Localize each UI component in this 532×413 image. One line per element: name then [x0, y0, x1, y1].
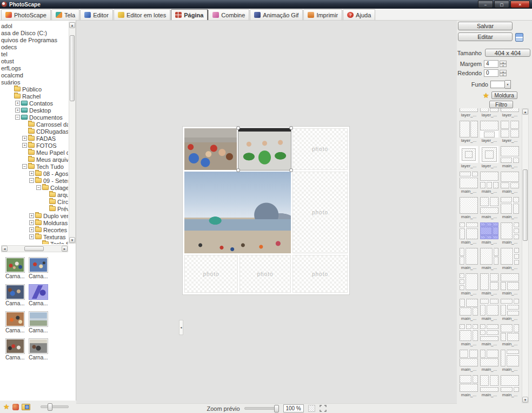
- template-scrollbar[interactable]: ▲ ▼: [522, 108, 529, 403]
- tree-item-cdrugadas-proje[interactable]: CDRugadas proje: [0, 128, 68, 135]
- expand-icon[interactable]: +: [22, 136, 27, 141]
- photo-thumbnail[interactable]: Carna...: [5, 284, 26, 311]
- template-preview[interactable]: [501, 108, 519, 112]
- layout-template[interactable]: main_...: [458, 171, 479, 196]
- tree-item-adol[interactable]: adol: [0, 22, 68, 29]
- tree-item-carrossel-da-hon[interactable]: Carrossel da Hon: [0, 121, 68, 128]
- tree-item-p-blico[interactable]: Público: [0, 86, 68, 93]
- layout-template[interactable]: main_...: [500, 323, 520, 349]
- layout-template[interactable]: main_...: [458, 374, 479, 399]
- template-preview[interactable]: [460, 108, 478, 112]
- round-input[interactable]: 0: [484, 69, 498, 77]
- favorites-star-icon[interactable]: ★: [3, 403, 10, 410]
- margin-input[interactable]: 4: [484, 60, 498, 68]
- photo-thumbnail[interactable]: Carna...: [5, 311, 26, 338]
- maximize-button[interactable]: ▢: [494, 1, 509, 8]
- edit-button[interactable]: Editar: [458, 32, 513, 41]
- tree-item-duplo-vert[interactable]: +Duplo vert: [0, 212, 68, 219]
- scrollbar-thumb[interactable]: [24, 246, 44, 251]
- tree-item-erflogs[interactable]: erfLogs: [0, 64, 68, 71]
- slider-handle[interactable]: [48, 403, 52, 411]
- scroll-right-button[interactable]: ►: [62, 246, 68, 252]
- template-preview[interactable]: [501, 324, 519, 341]
- zoom-slider[interactable]: [244, 407, 279, 410]
- tree-item-ocalcmd[interactable]: ocalcmd: [0, 71, 68, 78]
- template-preview[interactable]: [480, 172, 498, 188]
- photo-thumbnail[interactable]: Carna...: [29, 257, 49, 284]
- scroll-up-button[interactable]: ▲: [522, 109, 528, 115]
- tab-tela[interactable]: Tela: [51, 9, 79, 20]
- layout-template[interactable]: main_...: [479, 323, 500, 349]
- template-preview[interactable]: [460, 248, 478, 265]
- scroll-down-button[interactable]: ▼: [69, 237, 75, 243]
- tree-item-colagem-f[interactable]: −Colagem_f: [0, 184, 68, 191]
- spinner-down-icon[interactable]: ▼: [500, 73, 507, 76]
- expand-icon[interactable]: +: [29, 234, 34, 239]
- layout-template[interactable]: main_...: [458, 298, 479, 323]
- collapse-icon[interactable]: −: [22, 164, 27, 169]
- photo-thumbnail[interactable]: Carna...: [29, 284, 49, 311]
- layout-template[interactable]: main_...: [500, 247, 520, 272]
- template-preview[interactable]: [460, 299, 478, 316]
- template-preview[interactable]: [460, 273, 478, 290]
- selection-handle[interactable]: [289, 126, 293, 130]
- layout-template[interactable]: main_...: [479, 374, 500, 399]
- tree-item-fadas[interactable]: +FADAS: [0, 135, 68, 142]
- filter-button[interactable]: Filtro: [489, 101, 513, 108]
- tree-item-contatos[interactable]: +Contatos: [0, 100, 68, 107]
- collage-photo-dancers[interactable]: [238, 128, 291, 170]
- photo-thumbnail[interactable]: Carna...: [5, 257, 26, 284]
- template-preview[interactable]: [480, 197, 498, 214]
- tree-item-odecs[interactable]: odecs: [0, 43, 68, 50]
- collapse-icon[interactable]: −: [29, 178, 34, 183]
- thumbnail-frame[interactable]: [5, 338, 25, 354]
- template-preview[interactable]: [460, 146, 478, 163]
- layout-template[interactable]: main_...: [500, 272, 520, 298]
- background-color-swatch[interactable]: [490, 81, 505, 88]
- collage-empty-cell[interactable]: photo: [292, 255, 348, 293]
- layout-template[interactable]: main_...: [500, 374, 520, 399]
- zoom-value[interactable]: 100 %: [283, 404, 304, 412]
- minimize-button[interactable]: –: [478, 1, 493, 8]
- layers-icon[interactable]: [515, 33, 523, 42]
- thumbnail-frame[interactable]: [29, 311, 48, 327]
- tree-item-recortes[interactable]: +Recortes: [0, 226, 68, 233]
- template-preview[interactable]: [480, 108, 498, 112]
- collage-empty-cell[interactable]: photo: [292, 172, 348, 253]
- tree-item-tecla-sn[interactable]: Tecla Sn: [0, 240, 68, 244]
- tree-item-molduras[interactable]: +Molduras: [0, 219, 68, 226]
- tree-item-asa-de-disco-c[interactable]: asa de Disco (C:): [0, 29, 68, 36]
- tree-item-tech-tudo[interactable]: −Tech Tudo: [0, 163, 68, 170]
- layout-template[interactable]: layer_...: [458, 108, 479, 120]
- template-preview[interactable]: [480, 121, 498, 137]
- layout-template[interactable]: main_...: [500, 196, 520, 221]
- layout-template-selected[interactable]: main_...: [479, 221, 500, 247]
- layout-template[interactable]: main_...: [458, 247, 479, 272]
- collage-empty-cell[interactable]: photo: [292, 128, 348, 170]
- layout-template[interactable]: main_...: [500, 221, 520, 247]
- template-preview[interactable]: [501, 299, 519, 316]
- tree-item-c-rculos[interactable]: Círculos: [0, 198, 68, 205]
- collage-empty-cell[interactable]: photo: [240, 255, 291, 293]
- tab-photoscape[interactable]: PhotoScape: [1, 9, 51, 20]
- scroll-left-button[interactable]: ◄: [2, 246, 8, 252]
- tab-combine[interactable]: Combine: [208, 9, 249, 20]
- template-preview[interactable]: [501, 222, 519, 239]
- tab-editor[interactable]: Editor: [80, 9, 113, 20]
- expand-icon[interactable]: +: [29, 227, 34, 232]
- template-preview[interactable]: [460, 350, 478, 366]
- layout-template[interactable]: layer_...: [479, 120, 500, 145]
- template-preview[interactable]: [501, 197, 519, 214]
- fit-to-screen-icon[interactable]: [320, 405, 327, 412]
- thumbnail-frame[interactable]: [5, 284, 25, 300]
- layout-template[interactable]: layer_...: [500, 120, 520, 145]
- template-preview[interactable]: [480, 222, 498, 239]
- thumbnail-frame[interactable]: [5, 311, 25, 327]
- layout-template[interactable]: main_...: [500, 145, 520, 171]
- spinner-down-icon[interactable]: ▼: [500, 64, 507, 67]
- tree-item-su-rios[interactable]: suários: [0, 78, 68, 86]
- folder-view-icon[interactable]: [22, 404, 30, 410]
- collapse-panel-button[interactable]: ◄: [179, 320, 183, 335]
- layout-template[interactable]: main_...: [458, 323, 479, 349]
- tree-item-desktop[interactable]: +Desktop: [0, 107, 68, 114]
